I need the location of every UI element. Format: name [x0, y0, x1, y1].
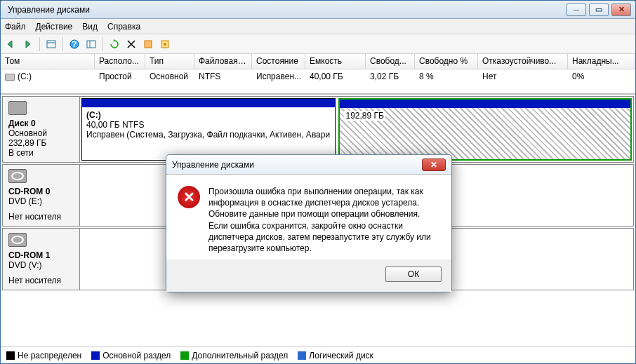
vol-fault: Нет [478, 70, 568, 83]
col-filesys[interactable]: Файловая с... [194, 54, 252, 69]
menu-action[interactable]: Действие [36, 22, 73, 32]
vol-layout: Простой [95, 70, 145, 83]
menu-help[interactable]: Справка [107, 22, 140, 32]
cdrom-0-header: CD-ROM 0 DVD (E:) Нет носителя [3, 165, 80, 226]
titlebar[interactable]: Управление дисками ─ ▭ ✕ [1, 1, 635, 19]
svg-rect-0 [47, 41, 55, 48]
col-fault[interactable]: Отказоустойчиво... [478, 54, 568, 69]
close-button[interactable]: ✕ [611, 4, 631, 16]
menubar: Файл Действие Вид Справка [1, 19, 635, 34]
minimize-button[interactable]: ─ [567, 4, 586, 16]
vol-free: 3,02 ГБ [366, 70, 415, 83]
col-overhead[interactable]: Накладны... [568, 54, 635, 69]
vol-status: Исправен... [252, 70, 305, 83]
cdrom-1-header: CD-ROM 1 DVD (V:) Нет носителя [3, 229, 80, 290]
legend-primary-swatch [91, 351, 100, 360]
cdrom-icon [8, 233, 27, 247]
vol-freepct: 8 % [415, 70, 478, 83]
vol-name: (C:) [1, 70, 95, 83]
legend-unallocated-swatch [6, 351, 15, 360]
col-status[interactable]: Состояние [252, 54, 305, 69]
dialog-title: Управление дисками [172, 160, 422, 170]
disk-0-row[interactable]: Диск 0 Основной 232,89 ГБ В сети (C:) 40… [2, 96, 634, 163]
disk-icon [8, 101, 27, 115]
dialog-close-button[interactable]: ✕ [422, 159, 446, 171]
ok-button[interactable]: ОК [385, 267, 442, 282]
window-title: Управление дисками [5, 5, 567, 15]
disk-0-header: Диск 0 Основной 232,89 ГБ В сети [3, 97, 80, 162]
toolbar: ? [1, 34, 635, 54]
list-button[interactable] [84, 36, 99, 52]
menu-file[interactable]: Файл [5, 22, 26, 32]
col-volume[interactable]: Том [1, 54, 95, 69]
vol-ovh: 0% [568, 70, 635, 83]
help-button[interactable]: ? [67, 36, 82, 52]
views-button[interactable] [44, 36, 59, 52]
col-free[interactable]: Свобод... [366, 54, 415, 69]
forward-button[interactable] [20, 36, 36, 52]
settings-button[interactable] [157, 36, 173, 52]
delete-button[interactable] [124, 36, 139, 52]
partition-unformatted[interactable]: 192,89 ГБ [338, 98, 632, 161]
col-capacity[interactable]: Емкость [305, 54, 366, 69]
error-icon: ✕ [178, 186, 200, 208]
svg-rect-6 [145, 41, 152, 48]
vol-fs: NTFS [194, 70, 252, 83]
legend-logical-swatch [298, 351, 306, 360]
vol-cap: 40,00 ГБ [305, 70, 366, 83]
error-dialog: Управление дисками ✕ ✕ Произошла ошибка … [166, 154, 452, 292]
cdrom-icon [8, 169, 27, 183]
col-type[interactable]: Тип [145, 54, 194, 69]
svg-text:?: ? [72, 39, 77, 49]
drive-icon [5, 74, 15, 81]
back-button[interactable] [4, 36, 19, 52]
volume-row[interactable]: (C:) Простой Основной NTFS Исправен... 4… [1, 69, 635, 83]
dialog-titlebar[interactable]: Управление дисками ✕ [166, 155, 451, 175]
menu-view[interactable]: Вид [82, 22, 98, 32]
vol-type: Основной [145, 70, 194, 83]
volume-headers: Том Располо... Тип Файловая с... Состоян… [1, 54, 635, 69]
legend-extended-swatch [180, 351, 189, 360]
maximize-button[interactable]: ▭ [589, 4, 609, 16]
partition-c[interactable]: (C:) 40,00 ГБ NTFS Исправен (Система, За… [81, 98, 336, 161]
svg-rect-4 [87, 41, 95, 48]
legend: Не распределен Основной раздел Дополните… [1, 346, 635, 363]
svg-point-8 [164, 43, 166, 46]
properties-button[interactable] [140, 36, 156, 52]
volume-list: Том Располо... Тип Файловая с... Состоян… [1, 54, 635, 95]
col-layout[interactable]: Располо... [95, 54, 145, 69]
refresh-button[interactable] [107, 36, 122, 52]
dialog-message: Произошла ошибка при выполнении операции… [208, 186, 440, 254]
col-freepct[interactable]: Свободно % [415, 54, 478, 69]
